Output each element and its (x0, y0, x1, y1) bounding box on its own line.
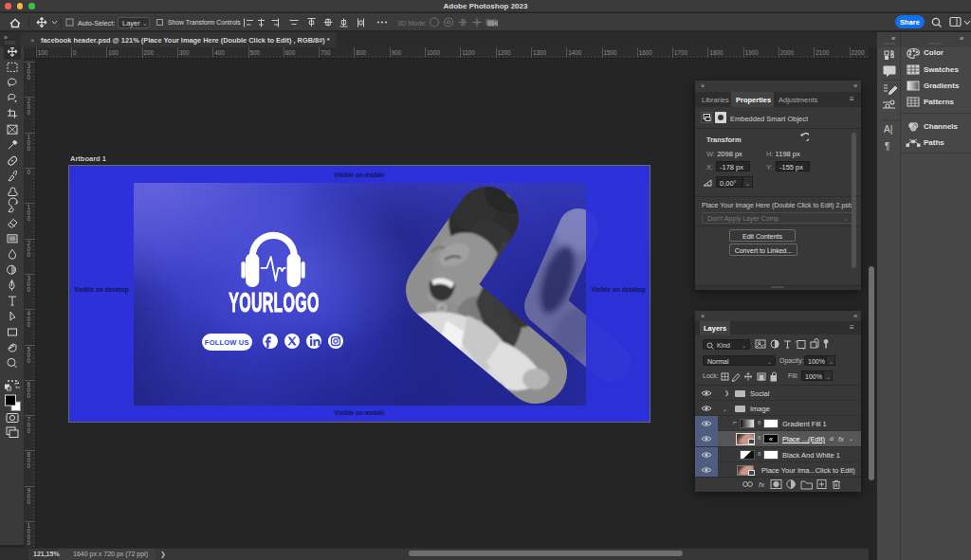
svg-text:A|: A| (884, 124, 892, 135)
svg-text:¶: ¶ (885, 141, 889, 152)
svg-text:fx: fx (759, 480, 765, 489)
